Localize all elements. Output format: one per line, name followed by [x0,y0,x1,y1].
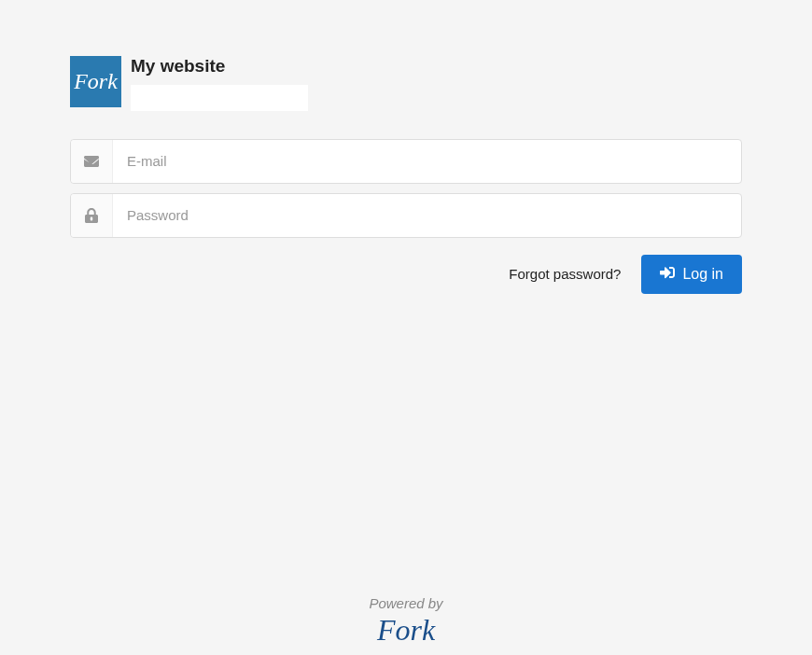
logo: Fork [70,56,121,107]
email-group [70,139,742,184]
signin-icon [660,265,675,284]
footer: Powered by Fork [0,595,812,648]
site-title: My website [131,56,308,77]
logo-text: Fork [74,69,118,94]
email-input[interactable] [113,140,741,183]
footer-brand: Fork [0,613,812,648]
password-group [70,193,742,238]
password-input[interactable] [113,194,741,237]
envelope-icon [71,140,113,183]
actions-row: Forgot password? Log in [70,255,742,294]
site-title-wrap: My website [121,56,308,111]
powered-by-text: Powered by [0,595,812,611]
title-underline [131,85,308,111]
login-button-label: Log in [682,266,723,283]
login-container: Fork My website Forgot password? Log in [0,0,812,294]
forgot-password-link[interactable]: Forgot password? [509,266,621,282]
login-button[interactable]: Log in [641,255,742,294]
lock-icon [71,194,113,237]
header: Fork My website [70,56,742,111]
